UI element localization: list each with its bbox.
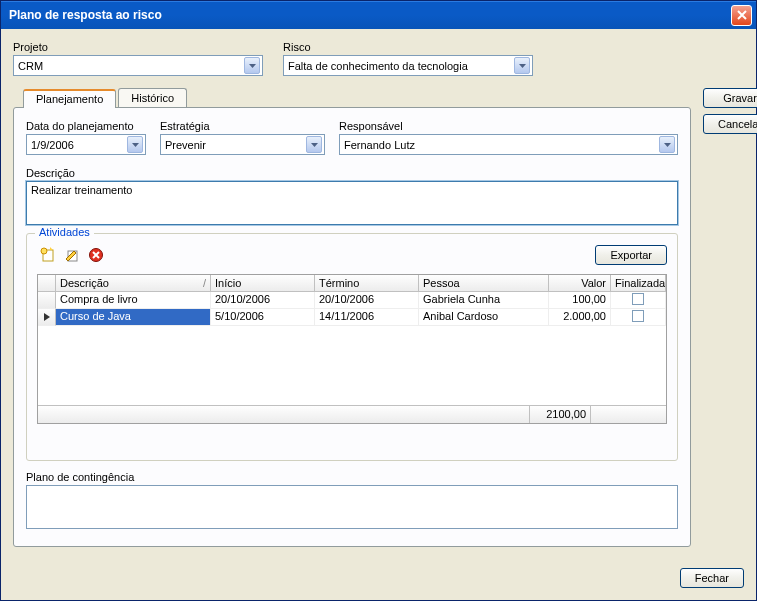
new-button[interactable] bbox=[37, 244, 59, 266]
data-label: Data do planejamento bbox=[26, 120, 146, 132]
contingencia-group: Plano de contingência bbox=[26, 471, 678, 529]
grid-rows: Compra de livro20/10/200620/10/2006Gabri… bbox=[38, 292, 666, 405]
chevron-down-icon bbox=[132, 143, 139, 147]
tab-strip: Planejamento Histórico bbox=[23, 88, 691, 107]
estrategia-select[interactable]: Prevenir bbox=[160, 134, 325, 155]
data-value: 1/9/2006 bbox=[31, 139, 127, 151]
projeto-value: CRM bbox=[18, 60, 244, 72]
dropdown-button[interactable] bbox=[514, 57, 530, 74]
delete-button[interactable] bbox=[85, 244, 107, 266]
grid-footer: 2100,00 bbox=[38, 405, 666, 423]
cell-finalizada[interactable] bbox=[611, 292, 666, 309]
gravar-button[interactable]: Gravar bbox=[703, 88, 757, 108]
edit-icon bbox=[64, 247, 80, 263]
contingencia-input[interactable] bbox=[26, 485, 678, 529]
data-select[interactable]: 1/9/2006 bbox=[26, 134, 146, 155]
grid-header-indicator[interactable] bbox=[38, 275, 56, 291]
tab-panel: Planejamento Histórico Data do planejame… bbox=[13, 88, 691, 547]
titlebar[interactable]: Plano de resposta ao risco bbox=[1, 1, 756, 29]
cell-descricao: Curso de Java bbox=[56, 309, 211, 326]
cell-valor: 2.000,00 bbox=[549, 309, 611, 326]
table-row[interactable]: Compra de livro20/10/200620/10/2006Gabri… bbox=[38, 292, 666, 309]
risco-value: Falta de conhecimento da tecnologia bbox=[288, 60, 514, 72]
tab-body: Data do planejamento 1/9/2006 Estratégia… bbox=[13, 107, 691, 547]
grid-sum: 2100,00 bbox=[529, 406, 591, 423]
row-indicator bbox=[38, 309, 56, 326]
svg-point-1 bbox=[41, 248, 47, 254]
dropdown-button[interactable] bbox=[659, 136, 675, 153]
activities-grid[interactable]: Descrição / Início Término Pessoa Valor … bbox=[37, 274, 667, 424]
chevron-down-icon bbox=[664, 143, 671, 147]
plan-row: Data do planejamento 1/9/2006 Estratégia… bbox=[26, 120, 678, 155]
close-button[interactable] bbox=[731, 5, 752, 26]
cell-valor: 100,00 bbox=[549, 292, 611, 309]
data-group: Data do planejamento 1/9/2006 bbox=[26, 120, 146, 155]
cell-finalizada[interactable] bbox=[611, 309, 666, 326]
descricao-input[interactable] bbox=[26, 181, 678, 225]
delete-icon bbox=[88, 247, 104, 263]
bottom-buttons: Fechar bbox=[680, 568, 744, 588]
atividades-group: Atividades bbox=[26, 233, 678, 461]
content-area: Projeto CRM Risco Falta de conhecimento … bbox=[1, 29, 756, 600]
checkbox-icon[interactable] bbox=[632, 293, 644, 305]
cancelar-button[interactable]: Cancelar bbox=[703, 114, 757, 134]
responsavel-select[interactable]: Fernando Lutz bbox=[339, 134, 678, 155]
main-area: Planejamento Histórico Data do planejame… bbox=[13, 88, 744, 547]
fechar-button[interactable]: Fechar bbox=[680, 568, 744, 588]
grid-header-termino[interactable]: Término bbox=[315, 275, 419, 291]
atividades-label: Atividades bbox=[35, 226, 94, 238]
tab-historico[interactable]: Histórico bbox=[118, 88, 187, 107]
risco-select[interactable]: Falta de conhecimento da tecnologia bbox=[283, 55, 533, 76]
risco-group: Risco Falta de conhecimento da tecnologi… bbox=[283, 41, 533, 76]
close-icon bbox=[737, 10, 747, 20]
descricao-group: Descrição bbox=[26, 167, 678, 225]
estrategia-label: Estratégia bbox=[160, 120, 325, 132]
grid-header-pessoa[interactable]: Pessoa bbox=[419, 275, 549, 291]
sort-indicator: / bbox=[203, 277, 206, 289]
checkbox-icon[interactable] bbox=[632, 310, 644, 322]
chevron-down-icon bbox=[519, 64, 526, 68]
chevron-down-icon bbox=[311, 143, 318, 147]
table-row[interactable]: Curso de Java5/10/200614/11/2006Anibal C… bbox=[38, 309, 666, 326]
grid-header-finalizada[interactable]: Finalizada bbox=[611, 275, 666, 291]
dialog-window: Plano de resposta ao risco Projeto CRM R… bbox=[0, 0, 757, 601]
risco-label: Risco bbox=[283, 41, 533, 53]
top-row: Projeto CRM Risco Falta de conhecimento … bbox=[13, 41, 744, 76]
cell-descricao: Compra de livro bbox=[56, 292, 211, 309]
projeto-select[interactable]: CRM bbox=[13, 55, 263, 76]
grid-header-descricao[interactable]: Descrição / bbox=[56, 275, 211, 291]
edit-button[interactable] bbox=[61, 244, 83, 266]
projeto-label: Projeto bbox=[13, 41, 263, 53]
estrategia-value: Prevenir bbox=[165, 139, 306, 151]
header-text: Descrição bbox=[60, 277, 109, 289]
activities-toolbar: Exportar bbox=[37, 244, 667, 266]
responsavel-group: Responsável Fernando Lutz bbox=[339, 120, 678, 155]
new-icon bbox=[40, 247, 56, 263]
grid-header-inicio[interactable]: Início bbox=[211, 275, 315, 291]
grid-header-valor[interactable]: Valor bbox=[549, 275, 611, 291]
side-buttons: Gravar Cancelar bbox=[703, 88, 757, 547]
grid-header: Descrição / Início Término Pessoa Valor … bbox=[38, 275, 666, 292]
cell-pessoa: Anibal Cardoso bbox=[419, 309, 549, 326]
dropdown-button[interactable] bbox=[244, 57, 260, 74]
cell-inicio: 20/10/2006 bbox=[211, 292, 315, 309]
tab-planejamento[interactable]: Planejamento bbox=[23, 89, 116, 108]
icon-toolbar bbox=[37, 244, 107, 266]
window-title: Plano de resposta ao risco bbox=[9, 8, 731, 22]
contingencia-label: Plano de contingência bbox=[26, 471, 678, 483]
cell-termino: 20/10/2006 bbox=[315, 292, 419, 309]
row-indicator bbox=[38, 292, 56, 309]
descricao-label: Descrição bbox=[26, 167, 678, 179]
chevron-down-icon bbox=[249, 64, 256, 68]
responsavel-label: Responsável bbox=[339, 120, 678, 132]
estrategia-group: Estratégia Prevenir bbox=[160, 120, 325, 155]
exportar-button[interactable]: Exportar bbox=[595, 245, 667, 265]
dropdown-button[interactable] bbox=[127, 136, 143, 153]
cell-inicio: 5/10/2006 bbox=[211, 309, 315, 326]
projeto-group: Projeto CRM bbox=[13, 41, 263, 76]
cell-termino: 14/11/2006 bbox=[315, 309, 419, 326]
cell-pessoa: Gabriela Cunha bbox=[419, 292, 549, 309]
responsavel-value: Fernando Lutz bbox=[344, 139, 659, 151]
dropdown-button[interactable] bbox=[306, 136, 322, 153]
